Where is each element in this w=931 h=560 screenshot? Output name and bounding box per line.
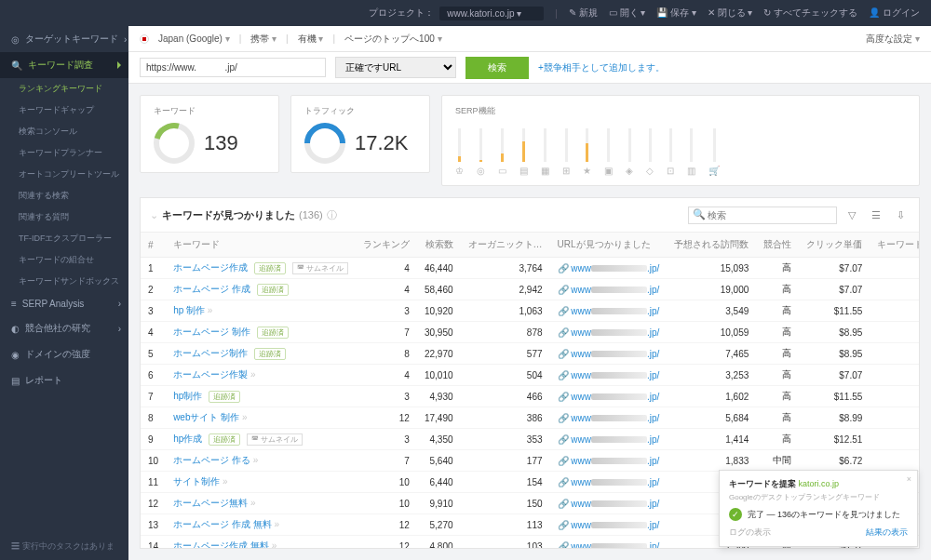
table-header[interactable]: 競合性 — [756, 233, 799, 258]
serp-feature-bar[interactable]: ◇ — [646, 128, 654, 176]
sidebar-competitor[interactable]: ◐ 競合他社の研究› — [0, 315, 128, 341]
notification-toast: × キーワードを提案 katori.co.jp Googleのデスクトップランキ… — [719, 470, 918, 547]
flag-icon — [140, 34, 149, 44]
control-bar: Japan (Google)| 携帯| 有機| ページのトップへ100 高度な設… — [128, 26, 931, 52]
sidebar-sub-item[interactable]: 検索コンソール — [0, 121, 128, 142]
serp-feature-bar[interactable]: ◎ — [477, 128, 485, 176]
serp-feature-bar[interactable]: ▭ — [498, 128, 506, 176]
top-dropdown[interactable]: ページのトップへ100 — [344, 33, 441, 46]
table-row[interactable]: 1ホームページ作成 追跡済 ◚ サムネイル446,4403,764🔗 www.j… — [141, 258, 919, 279]
export-icon[interactable]: ⇩ — [891, 206, 910, 224]
sidebar-sub-item[interactable]: 関連する質問 — [0, 207, 128, 228]
save-button[interactable]: 💾 保存 ▾ — [656, 7, 696, 20]
sidebar-serp-analysis[interactable]: ≡ SERP Analysis› — [0, 292, 128, 315]
table-header[interactable]: ランキング — [356, 233, 417, 258]
sidebar-sub-item[interactable]: キーワードプランナー — [0, 142, 128, 164]
table-header[interactable]: URLが見つかりました — [550, 233, 668, 258]
table-row[interactable]: 3hp 制作 » 310,9201,063🔗 www.jp/3,549高$11.… — [141, 300, 919, 322]
table-header[interactable]: 予想される訪問数 — [667, 233, 756, 258]
sidebar-keyword-research[interactable]: 🔍 キーワード調査 — [0, 52, 128, 78]
table-header[interactable]: 検索数 — [417, 233, 461, 258]
sidebar-domain-strength[interactable]: ◉ ドメインの強度 — [0, 341, 128, 367]
url-input[interactable] — [140, 58, 326, 77]
table-row[interactable]: 10ホームページ 作る » 75,640177🔗 www.jp/1,833中間$… — [141, 450, 919, 472]
table-row[interactable]: 4ホームページ 制作 追跡済 730,950878🔗 www.jp/10,059… — [141, 322, 919, 343]
traffic-donut — [304, 123, 345, 164]
table-search-input[interactable] — [688, 207, 837, 224]
serp-feature-bar[interactable]: ⊡ — [667, 128, 674, 176]
sidebar-tasks: ☰ 実行中のタスクはありま — [0, 533, 128, 560]
check-icon: ✓ — [729, 508, 742, 521]
top-bar: プロジェクト： www.katori.co.jp ▾ | ✎ 新規 ▭ 開く ▾… — [0, 0, 931, 26]
serp-feature-bar[interactable]: 🛒 — [708, 128, 720, 176]
project-dropdown[interactable]: www.katori.co.jp ▾ — [439, 7, 544, 20]
keyword-donut — [154, 123, 195, 164]
table-row[interactable]: 5ホームページ制作 追跡済 822,970577🔗 www.jp/7,465高$… — [141, 343, 919, 365]
sidebar-sub-item[interactable]: ランキングキーワード — [0, 78, 128, 100]
table-row[interactable]: 7hp制作 追跡済 34,930466🔗 www.jp/1,602高$11.55… — [141, 386, 919, 407]
new-button[interactable]: ✎ 新規 — [569, 7, 598, 20]
serp-feature-bar[interactable]: ⊞ — [562, 128, 570, 176]
serp-features-card: SERP機能 ♔◎▭▤▦⊞★▣◈◇⊡▥🛒 — [441, 95, 920, 186]
table-row[interactable]: 6ホームページ作製 » 410,010504🔗 www.jp/3,253高$7.… — [141, 365, 919, 386]
serp-feature-bar[interactable]: ◈ — [626, 128, 633, 176]
toast-close-icon[interactable]: × — [907, 474, 911, 484]
search-button[interactable]: 検索 — [466, 57, 529, 79]
serp-feature-bar[interactable]: ▣ — [604, 128, 613, 176]
sidebar: ◎ ターゲットキーワード› 🔍 キーワード調査 ランキングキーワードキーワードギ… — [0, 26, 128, 560]
sidebar-sub-item[interactable]: キーワードサンドボックス — [0, 271, 128, 292]
table-header[interactable]: クリック単価 — [799, 233, 870, 258]
toast-results-link[interactable]: 結果の表示 — [866, 527, 908, 539]
serp-feature-bar[interactable]: ▤ — [519, 128, 528, 176]
sidebar-sub-item[interactable]: TF-IDFエクスプローラー — [0, 228, 128, 249]
table-header[interactable]: キーワード — [166, 233, 356, 258]
recheck-button[interactable]: ↻ すべてチェックする — [763, 7, 857, 20]
keyword-card: キーワード 139 — [140, 95, 279, 173]
open-button[interactable]: ▭ 開く ▾ — [609, 7, 646, 20]
organic-dropdown[interactable]: 有機 — [298, 33, 324, 46]
sidebar-sub-item[interactable]: 関連する検索 — [0, 185, 128, 207]
sidebar-sub-item[interactable]: キーワードの組合せ — [0, 249, 128, 271]
sidebar-sub-item[interactable]: オートコンプリートツール — [0, 164, 128, 185]
table-header[interactable]: # — [141, 233, 166, 258]
serp-feature-bar[interactable]: ▦ — [541, 128, 549, 176]
login-button[interactable]: 👤 ログイン — [869, 7, 920, 20]
table-row[interactable]: 8webサイト 制作 » 1217,490386🔗 www.jp/5,684高$… — [141, 407, 919, 429]
search-icon: 🔍 — [693, 208, 706, 220]
table-title: ⌄ キーワードが見つかりました (136) ⓘ — [150, 208, 337, 222]
close-button[interactable]: ✕ 閉じる ▾ — [708, 7, 753, 20]
sidebar-report[interactable]: ▤ レポート — [0, 367, 128, 393]
serp-feature-bar[interactable]: ▥ — [687, 128, 695, 176]
serp-feature-bar[interactable]: ♔ — [455, 128, 464, 176]
url-bar: 正確ですURL 検索 +競争相手として追加します。 — [128, 52, 931, 84]
table-row[interactable]: 2ホームページ 作成 追跡済 458,4602,942🔗 www.jp/19,0… — [141, 279, 919, 300]
advanced-settings[interactable]: 高度な設定 — [866, 33, 920, 46]
serp-feature-bar[interactable]: ★ — [583, 128, 591, 176]
url-mode-select[interactable]: 正確ですURL — [335, 57, 456, 78]
device-dropdown[interactable]: 携帯 — [250, 33, 277, 46]
table-header[interactable]: キーワードの難易度 — [870, 233, 919, 258]
sidebar-target-keywords[interactable]: ◎ ターゲットキーワード› — [0, 26, 128, 52]
traffic-card: トラフィック 17.2K — [290, 95, 430, 173]
filter-icon[interactable]: ▽ — [843, 206, 861, 224]
project-label: プロジェクト： — [369, 7, 434, 20]
columns-icon[interactable]: ☰ — [867, 206, 885, 224]
add-competitor-link[interactable]: +競争相手として追加します。 — [538, 61, 665, 74]
sidebar-sub-item[interactable]: キーワードギャップ — [0, 100, 128, 121]
traffic-count: 17.2K — [355, 131, 409, 155]
table-header[interactable]: オーガニックト… — [461, 233, 550, 258]
region-dropdown[interactable]: Japan (Google) — [158, 33, 230, 44]
table-row[interactable]: 9hp作成 追跡済 ◚ サムネイル34,350353🔗 www.jp/1,414… — [141, 429, 919, 450]
keyword-count: 139 — [204, 131, 238, 155]
